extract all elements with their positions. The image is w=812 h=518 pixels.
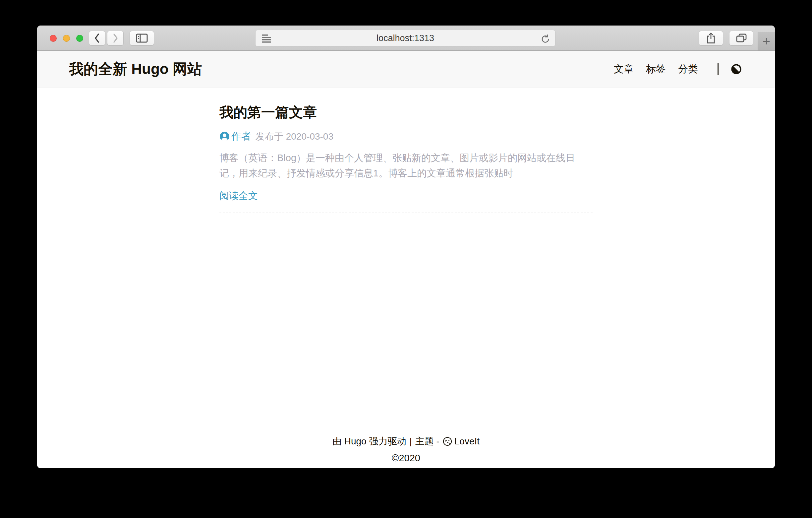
site-nav: 文章 标签 分类 bbox=[614, 62, 742, 76]
share-icon bbox=[706, 32, 716, 44]
sidebar-icon bbox=[136, 33, 148, 43]
read-more-link[interactable]: 阅读全文 bbox=[220, 189, 258, 202]
browser-window: localhost:1313 bbox=[37, 26, 775, 468]
chevron-left-icon bbox=[94, 33, 100, 44]
plus-icon: + bbox=[763, 34, 770, 49]
chevron-right-icon bbox=[112, 33, 119, 44]
footer-powered-line: 由 Hugo 强力驱动 | 主题 - LoveIt bbox=[332, 435, 480, 448]
theme-link[interactable]: LoveIt bbox=[443, 436, 480, 447]
kiss-face-icon bbox=[443, 437, 452, 446]
nav-separator bbox=[718, 63, 719, 75]
history-nav-buttons bbox=[89, 31, 124, 46]
browser-toolbar: localhost:1313 bbox=[37, 26, 775, 51]
site-footer: 由 Hugo 强力驱动 | 主题 - LoveIt bbox=[37, 435, 775, 468]
nav-item-tags[interactable]: 标签 bbox=[646, 62, 666, 76]
forward-button[interactable] bbox=[107, 31, 124, 46]
footer-separator: | bbox=[409, 436, 412, 447]
article-summary-card: 我的第一篇文章 作者 发 bbox=[220, 87, 592, 213]
close-window-button[interactable] bbox=[50, 35, 57, 42]
theme-contrast-icon bbox=[731, 64, 742, 75]
theme-name: LoveIt bbox=[454, 436, 480, 447]
sidebar-toggle-button[interactable] bbox=[129, 31, 154, 46]
footer-theme-prefix: 主题 - bbox=[415, 435, 439, 448]
reader-mode-icon[interactable] bbox=[262, 34, 271, 43]
post-divider bbox=[220, 213, 592, 213]
reload-icon[interactable] bbox=[540, 33, 551, 44]
share-button[interactable] bbox=[699, 31, 723, 46]
site-header: 我的全新 Hugo 网站 文章 标签 分类 bbox=[37, 51, 775, 87]
minimize-window-button[interactable] bbox=[63, 35, 70, 42]
page-content: 我的第一篇文章 作者 发 bbox=[37, 87, 775, 468]
zoom-window-button[interactable] bbox=[76, 35, 83, 42]
article-meta: 作者 发布于 2020-03-03 bbox=[220, 130, 592, 143]
site-title-link[interactable]: 我的全新 Hugo 网站 bbox=[69, 59, 202, 79]
article-title-link[interactable]: 我的第一篇文章 bbox=[220, 103, 592, 122]
url-text: localhost:1313 bbox=[377, 33, 434, 44]
theme-toggle-button[interactable] bbox=[731, 64, 742, 75]
traffic-lights bbox=[50, 26, 83, 51]
address-bar[interactable]: localhost:1313 bbox=[255, 30, 555, 47]
article-summary: 博客（英语：Blog）是一种由个人管理、张贴新的文章、图片或影片的网站或在线日记… bbox=[220, 150, 592, 181]
nav-item-categories[interactable]: 分类 bbox=[678, 62, 698, 76]
back-button[interactable] bbox=[89, 31, 106, 46]
footer-powered-text[interactable]: 由 Hugo 强力驱动 bbox=[332, 435, 406, 448]
author-name: 作者 bbox=[231, 130, 251, 143]
copyright-text: ©2020 bbox=[37, 453, 775, 464]
show-all-tabs-button[interactable] bbox=[729, 31, 753, 46]
author-link[interactable]: 作者 bbox=[220, 130, 251, 143]
tabs-overview-icon bbox=[736, 33, 747, 43]
publish-date: 发布于 2020-03-03 bbox=[256, 130, 334, 143]
new-tab-button[interactable]: + bbox=[758, 32, 775, 50]
user-circle-icon bbox=[220, 131, 230, 142]
nav-item-posts[interactable]: 文章 bbox=[614, 62, 634, 76]
